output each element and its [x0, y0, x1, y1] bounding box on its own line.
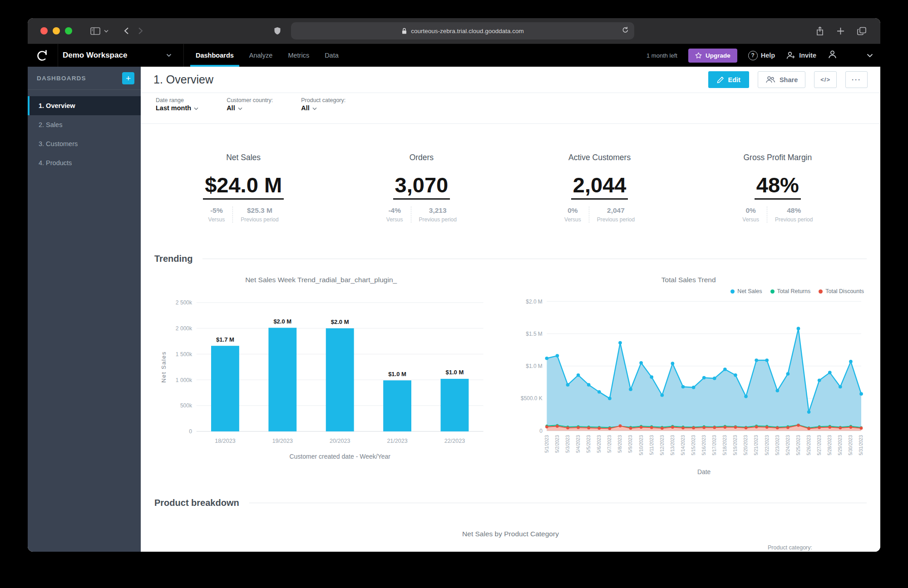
product-category-filter[interactable]: Product category: All: [301, 97, 345, 112]
gooddata-logo-icon[interactable]: [28, 49, 58, 62]
sidebar-title: DASHBOARDS: [37, 75, 86, 82]
svg-text:5/22/2023: 5/22/2023: [765, 435, 770, 456]
reload-icon[interactable]: [622, 26, 629, 34]
svg-text:5/17/2023: 5/17/2023: [712, 435, 717, 456]
legend-item-net-sales[interactable]: Net Sales: [730, 288, 762, 294]
net-sales-week-trend-chart: Net Sales Week Trend_radial_bar_chart_pl…: [154, 276, 488, 477]
svg-text:5/2/2023: 5/2/2023: [555, 435, 560, 453]
share-page-icon[interactable]: [816, 26, 824, 36]
svg-text:5/14/2023: 5/14/2023: [681, 435, 686, 456]
kpi-value: $24.0 M: [203, 174, 284, 200]
sidebar-toggle-icon[interactable]: [90, 27, 100, 35]
svg-text:Date: Date: [698, 468, 711, 475]
bar-chart-title: Net Sales Week Trend_radial_bar_chart_pl…: [154, 276, 488, 284]
svg-text:5/16/2023: 5/16/2023: [702, 435, 707, 456]
svg-text:2 500k: 2 500k: [176, 299, 192, 306]
svg-text:20/2023: 20/2023: [330, 438, 350, 444]
svg-text:21/2023: 21/2023: [387, 438, 407, 444]
kpi-net-sales: Net Sales $24.0 M -5%Versus $25.3 MPrevi…: [154, 153, 332, 223]
chevron-down-icon: [194, 107, 198, 110]
svg-text:5/6/2023: 5/6/2023: [597, 435, 602, 453]
svg-text:5/1/2023: 5/1/2023: [544, 435, 549, 453]
svg-text:5/31/2023: 5/31/2023: [859, 435, 864, 456]
sidebar-item-products[interactable]: 4. Products: [28, 153, 141, 172]
close-window-button[interactable]: [40, 27, 48, 34]
tab-group-chevron-icon[interactable]: [104, 29, 109, 33]
svg-text:$1.0 M: $1.0 M: [388, 371, 406, 377]
kpi-gross-profit-margin: Gross Profit Margin 48% 0%Versus 48%Prev…: [689, 153, 867, 223]
sidebar-item-overview[interactable]: 1. Overview: [28, 96, 141, 115]
add-dashboard-button[interactable]: +: [122, 72, 134, 84]
svg-text:0: 0: [540, 428, 543, 434]
workspace-chevron-icon: [166, 54, 172, 57]
star-icon: [695, 52, 702, 59]
legend-item-total-returns[interactable]: Total Returns: [770, 288, 811, 294]
legend-dot-net-sales: [730, 289, 735, 294]
svg-text:5/12/2023: 5/12/2023: [660, 435, 665, 456]
svg-text:5/20/2023: 5/20/2023: [744, 435, 749, 456]
zoom-window-button[interactable]: [65, 27, 72, 34]
svg-text:5/3/2023: 5/3/2023: [565, 435, 570, 453]
upgrade-button[interactable]: Upgrade: [688, 49, 737, 63]
customer-country-filter[interactable]: Customer country: All: [227, 97, 273, 112]
legend-dot-total-discounts: [819, 289, 823, 294]
help-menu[interactable]: ? Help: [748, 51, 775, 60]
workspace-name: Demo Workspace: [63, 51, 162, 60]
svg-text:5/8/2023: 5/8/2023: [618, 435, 623, 453]
svg-text:5/19/2023: 5/19/2023: [733, 435, 738, 456]
svg-text:5/5/2023: 5/5/2023: [587, 435, 592, 453]
header-chevron-icon[interactable]: [867, 51, 873, 59]
svg-text:5/11/2023: 5/11/2023: [649, 435, 654, 455]
back-button[interactable]: [124, 27, 129, 34]
help-icon: ?: [748, 51, 758, 60]
svg-text:5/9/2023: 5/9/2023: [628, 435, 633, 453]
dashboards-sidebar: DASHBOARDS + 1. Overview 2. Sales 3. Cus…: [28, 67, 141, 552]
nav-item-analyze[interactable]: Analyze: [249, 44, 273, 67]
svg-text:$2.0 M: $2.0 M: [273, 318, 291, 325]
privacy-shield-icon[interactable]: [274, 27, 281, 35]
share-users-icon: [765, 76, 775, 83]
new-tab-icon[interactable]: [837, 27, 844, 35]
embed-button[interactable]: </>: [814, 71, 837, 88]
svg-text:Customer created date - Week/Y: Customer created date - Week/Year: [289, 453, 390, 460]
legend-item-total-discounts[interactable]: Total Discounts: [819, 288, 864, 294]
invite-button[interactable]: Invite: [786, 51, 816, 60]
svg-text:5/28/2023: 5/28/2023: [828, 435, 833, 456]
sidebar-item-sales[interactable]: 2. Sales: [28, 115, 141, 134]
minimize-window-button[interactable]: [53, 27, 60, 34]
svg-text:Net Sales: Net Sales: [160, 351, 167, 383]
forward-button[interactable]: [138, 27, 143, 34]
svg-text:5/7/2023: 5/7/2023: [607, 435, 612, 453]
nav-item-data[interactable]: Data: [325, 44, 339, 67]
svg-text:19/2023: 19/2023: [272, 438, 293, 444]
svg-text:0: 0: [189, 429, 192, 435]
svg-text:5/4/2023: 5/4/2023: [576, 435, 581, 453]
kpi-active-customers: Active Customers 2,044 0%Versus 2,047Pre…: [511, 153, 689, 223]
edit-button[interactable]: Edit: [708, 71, 749, 88]
account-icon[interactable]: [827, 49, 838, 61]
line-chart-svg: 0$500.0 K$1.0 M$1.5 M$2.0 M5/1/20235/2/2…: [510, 294, 867, 477]
svg-text:$1.0 M: $1.0 M: [446, 369, 464, 376]
nav-item-metrics[interactable]: Metrics: [288, 44, 309, 67]
date-range-filter[interactable]: Date range Last month: [156, 97, 198, 112]
svg-text:$2.0 M: $2.0 M: [331, 318, 349, 325]
total-sales-trend-chart: Total Sales Trend Net Sales Total Return…: [510, 276, 867, 477]
dashboard-main: 1. Overview Edit Share </> ··· Dat: [141, 67, 880, 552]
window-controls: [28, 27, 72, 34]
tab-overview-icon[interactable]: [857, 27, 867, 35]
share-button[interactable]: Share: [758, 71, 805, 88]
svg-text:5/27/2023: 5/27/2023: [817, 435, 822, 456]
sidebar-item-customers[interactable]: 3. Customers: [28, 134, 141, 153]
svg-text:5/15/2023: 5/15/2023: [691, 435, 696, 456]
dashboard-content: Net Sales $24.0 M -5%Versus $25.3 MPrevi…: [141, 124, 880, 552]
chart-legend: Net Sales Total Returns Total Discounts: [510, 288, 864, 294]
svg-text:5/29/2023: 5/29/2023: [838, 435, 843, 456]
address-bar[interactable]: courteous-zebra.trial.cloud.gooddata.com: [291, 22, 634, 39]
nav-item-dashboards[interactable]: Dashboards: [196, 44, 234, 67]
workspace-picker[interactable]: Demo Workspace: [58, 44, 184, 67]
kpi-value: 3,070: [393, 174, 450, 200]
svg-text:22/2023: 22/2023: [444, 438, 465, 444]
page-title: 1. Overview: [153, 73, 708, 86]
more-options-button[interactable]: ···: [845, 71, 868, 88]
pencil-icon: [717, 76, 724, 83]
